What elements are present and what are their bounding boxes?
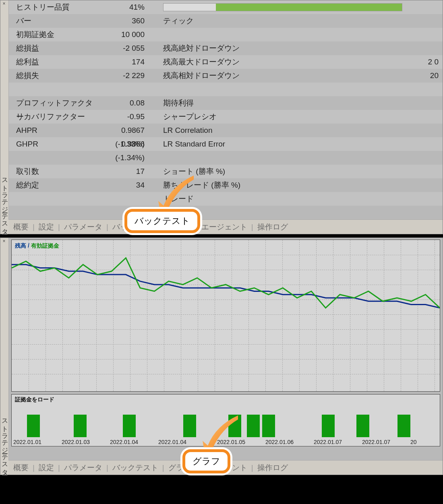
stat-label: 初期証拠金 bbox=[16, 28, 93, 41]
stat-label bbox=[16, 83, 93, 96]
bar bbox=[183, 415, 196, 437]
stat-label: 総約定 bbox=[16, 178, 93, 192]
quality-bar bbox=[163, 3, 402, 11]
table-row: GHPR0.9866 (-1.34%)LR Standard Error bbox=[9, 137, 443, 151]
stat-label: シャープレシオ bbox=[163, 110, 316, 124]
equity-chart: 残高 / 有効証拠金 bbox=[11, 240, 440, 392]
backtest-results-panel: × ストラテジーテスター ヒストリー品質41%バー360ティック初期証拠金10 … bbox=[0, 0, 443, 234]
panel-title-vertical: ストラテジーテスター bbox=[0, 238, 8, 475]
table-row: 総約定34勝ちトレード (勝率 %) bbox=[9, 178, 443, 192]
stat-value: 174 bbox=[93, 55, 163, 69]
stat-value bbox=[93, 83, 163, 96]
stat-label: 取引数 bbox=[16, 165, 93, 178]
tab-1[interactable]: 設定 bbox=[39, 222, 54, 232]
tabbar: 概要|設定|パラメータ|バックテスト|グラフ|エージェント|操作ログ bbox=[8, 219, 443, 234]
stat-value: 0.08 bbox=[93, 96, 163, 110]
tab-1[interactable]: 設定 bbox=[39, 463, 54, 473]
stat-value: 20 bbox=[316, 69, 439, 83]
close-icon[interactable]: × bbox=[1, 239, 7, 244]
stat-label: 総損失 bbox=[16, 69, 93, 83]
table-row: ヒストリー品質41% bbox=[9, 0, 443, 14]
bar bbox=[247, 415, 260, 437]
table-row: バー360ティック bbox=[9, 14, 443, 28]
stat-value: 34 bbox=[93, 178, 163, 192]
x-tick: 20 bbox=[410, 439, 417, 445]
bar bbox=[397, 415, 410, 437]
stat-value bbox=[316, 151, 439, 165]
stat-label bbox=[163, 151, 316, 165]
stat-value bbox=[316, 178, 439, 192]
stat-label: GHPR bbox=[16, 137, 93, 151]
stat-label: LR Correlation bbox=[163, 124, 316, 137]
tab-5[interactable]: エージェント bbox=[201, 463, 247, 473]
stat-value bbox=[93, 192, 163, 206]
close-icon[interactable]: × bbox=[1, 1, 7, 7]
stat-value: -2 055 bbox=[93, 41, 163, 55]
stat-value bbox=[316, 41, 439, 55]
stat-value: 17 bbox=[93, 165, 163, 178]
stat-value bbox=[316, 165, 439, 178]
tab-6[interactable]: 操作ログ bbox=[257, 222, 288, 232]
stat-label: ティック bbox=[163, 14, 316, 28]
stat-value bbox=[316, 96, 439, 110]
stat-label: トレード bbox=[163, 192, 316, 206]
bar bbox=[322, 415, 335, 437]
stat-label: 残高絶対ドローダウン bbox=[163, 41, 316, 55]
x-tick: 2022.01.05 bbox=[217, 439, 245, 445]
stat-label: ショート (勝率 %) bbox=[163, 165, 316, 178]
stat-value: 0.9866 (-1.34%) bbox=[93, 137, 163, 151]
tab-3[interactable]: バックテスト bbox=[112, 463, 158, 473]
stat-label bbox=[163, 83, 316, 96]
x-tick: 2022.01.07 bbox=[314, 439, 342, 445]
tab-4[interactable]: グラフ bbox=[168, 222, 191, 232]
bar bbox=[27, 415, 40, 437]
tab-2[interactable]: パラメータ bbox=[64, 222, 102, 232]
stat-label: 総損益 bbox=[16, 41, 93, 55]
table-row: 総損失-2 229残高相対ドローダウン20 bbox=[9, 69, 443, 83]
stat-label: リカバリファクター bbox=[16, 110, 93, 124]
graph-panel: × ストラテジーテスター 残高 / 有効証拠金 証拠金をロード 2022.01.… bbox=[0, 238, 443, 475]
stat-label: プロフィットファクター bbox=[16, 96, 93, 110]
tab-3[interactable]: バックテスト bbox=[112, 222, 158, 232]
bar bbox=[74, 415, 87, 437]
tab-2[interactable]: パラメータ bbox=[64, 463, 102, 473]
stat-label: 残高最大ドローダウン bbox=[163, 55, 316, 69]
table-row bbox=[9, 83, 443, 96]
x-tick: 2022.01.04 bbox=[158, 439, 186, 445]
tab-4[interactable]: グラフ bbox=[168, 463, 191, 473]
table-row: 初期証拠金10 000 bbox=[9, 28, 443, 41]
stat-value: 2 0 bbox=[316, 55, 439, 69]
stat-value bbox=[316, 14, 439, 28]
stat-value: -2 229 bbox=[93, 69, 163, 83]
stat-value: -0.95 bbox=[93, 110, 163, 124]
table-row: トレード bbox=[9, 192, 443, 206]
stat-value bbox=[316, 110, 439, 124]
tab-0[interactable]: 概要 bbox=[13, 463, 29, 473]
stat-value bbox=[316, 124, 439, 137]
tabbar: 概要|設定|パラメータ|バックテスト|グラフ|エージェント|操作ログ bbox=[8, 460, 443, 475]
stat-value bbox=[316, 137, 439, 151]
x-tick: 2022.01.06 bbox=[265, 439, 294, 445]
stat-value bbox=[93, 151, 163, 165]
stat-label bbox=[16, 192, 93, 206]
bar bbox=[356, 415, 369, 437]
x-tick: 2022.01.07 bbox=[362, 439, 390, 445]
x-tick: 2022.01.01 bbox=[13, 439, 41, 445]
tab-5[interactable]: エージェント bbox=[201, 222, 247, 232]
tab-0[interactable]: 概要 bbox=[13, 222, 29, 232]
stat-label: AHPR bbox=[16, 124, 93, 137]
table-row: プロフィットファクター0.08期待利得 bbox=[9, 96, 443, 110]
x-tick: 2022.01.03 bbox=[62, 439, 90, 445]
stat-label: 期待利得 bbox=[163, 96, 316, 110]
stat-label: ヒストリー品質 bbox=[16, 0, 93, 14]
stat-value bbox=[316, 83, 439, 96]
table-row: AHPR0.9867 (-1.33%)LR Correlation bbox=[9, 124, 443, 137]
stat-value: 10 000 bbox=[93, 28, 163, 41]
stat-label: LR Standard Error bbox=[163, 137, 316, 151]
tab-6[interactable]: 操作ログ bbox=[257, 463, 288, 473]
table-row: リカバリファクター-0.95シャープレシオ bbox=[9, 110, 443, 124]
stat-value: 360 bbox=[93, 14, 163, 28]
table-row: 総利益174残高最大ドローダウン2 0 bbox=[9, 55, 443, 69]
stat-label: バー bbox=[16, 14, 93, 28]
table-row: 総損益-2 055残高絶対ドローダウン bbox=[9, 41, 443, 55]
